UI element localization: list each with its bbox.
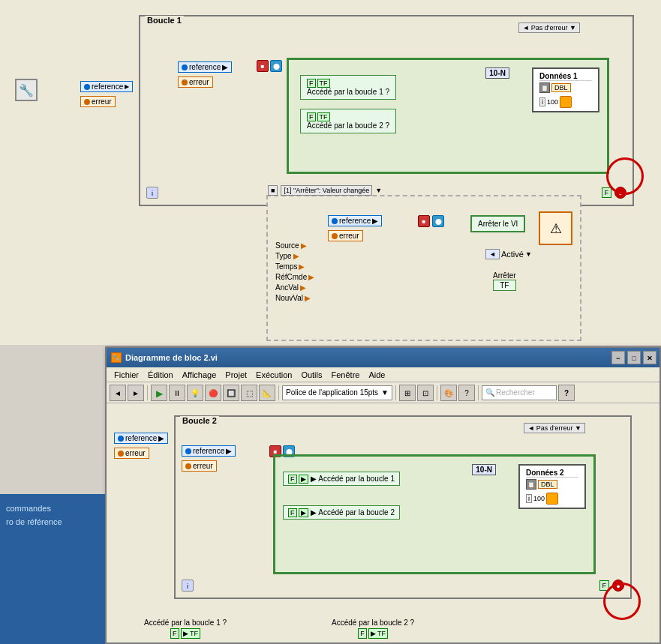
dropdown-arrow: ▼ xyxy=(381,388,389,397)
menu-outils[interactable]: Outils xyxy=(296,367,326,382)
step-btn[interactable]: 💡 xyxy=(187,385,203,401)
menu-execution[interactable]: Exécution xyxy=(251,367,296,382)
search-icon: 🔍 xyxy=(485,388,494,397)
menu-bar: Fichier Édition Affichage Projet Exécuti… xyxy=(107,367,659,382)
err-dot xyxy=(84,99,90,105)
forward-btn[interactable]: ► xyxy=(128,385,144,401)
acces-b1-block: F TF Accédé par la boucle 1 ? xyxy=(300,75,396,100)
pause-btn[interactable]: ⏸ xyxy=(169,385,185,401)
search-placeholder: Rechercher xyxy=(496,388,535,397)
ref-b2-label: reference xyxy=(125,434,157,442)
event-icons: ■ ⬤ xyxy=(418,215,444,227)
menu-fenetre[interactable]: Fenêtre xyxy=(327,367,365,382)
sidebar-item-1[interactable]: commandes xyxy=(6,502,99,515)
erreur-label: erreur xyxy=(92,97,112,106)
pas-derreur-1: ◄ Pas d'erreur ▼ xyxy=(518,22,580,33)
menu-affichage[interactable]: Affichage xyxy=(178,367,221,382)
window-controls[interactable]: − □ ✕ xyxy=(611,351,656,364)
green-loop-2: F ▶ ▶ Accédé par la boucle 1 F ▶ ▶ Accéd… xyxy=(273,454,596,574)
debug-btn[interactable]: 🔴 xyxy=(205,385,221,401)
palette-btn[interactable]: 🎨 xyxy=(440,385,457,401)
menu-projet[interactable]: Projet xyxy=(221,367,251,382)
search-help-btn[interactable]: ? xyxy=(558,385,575,401)
bottom-window: 🔧 Diagramme de bloc 2.vi − □ ✕ Fichier É… xyxy=(105,346,661,644)
tb-sep-4 xyxy=(437,385,437,400)
stop-btn-1[interactable]: ● xyxy=(614,187,626,199)
font-dropdown[interactable]: Police de l'application 15pts ▼ xyxy=(282,385,392,400)
ref-event: reference▶ xyxy=(328,215,382,226)
arreter-vi-btn[interactable]: Arrêter le VI xyxy=(470,215,525,232)
acces-b2-b2-label: ▶ Accédé par la boucle 2 xyxy=(311,508,395,517)
boucle2-title: Boucle 2 xyxy=(180,416,219,425)
menu-fichier[interactable]: Fichier xyxy=(110,367,143,382)
event-fields: Source ▶ Type ▶ Temps ▶ RéfCmde ▶ AncVal… xyxy=(275,241,314,302)
run-btn[interactable]: ▶ xyxy=(151,385,167,401)
tool5[interactable]: ⬚ xyxy=(241,385,257,401)
font-label: Police de l'application 15pts xyxy=(286,388,378,397)
maximize-btn[interactable]: □ xyxy=(627,351,641,364)
reference-node-left: reference ▶ xyxy=(80,81,133,92)
ref-node-b1: reference▶ xyxy=(178,61,232,73)
boucle1-title: Boucle 1 xyxy=(145,16,184,25)
menu-aide[interactable]: Aide xyxy=(364,367,389,382)
err-inside-b2: erreur xyxy=(182,460,217,472)
acces-b1-b2: F ▶ ▶ Accédé par la boucle 1 xyxy=(283,472,400,486)
tool6[interactable]: 📐 xyxy=(259,385,275,401)
ref-inside-b2: reference▶ xyxy=(182,445,236,457)
titlebar-icon: 🔧 xyxy=(111,352,122,363)
info-btn-2[interactable]: i xyxy=(182,580,194,592)
pas-derreur-2: ◄ Pas d'erreur ▼ xyxy=(524,423,585,433)
align-btn[interactable]: ⊞ xyxy=(399,385,416,401)
pas-derreur-2-label: Pas d'erreur xyxy=(536,424,573,432)
erreur-node-left: erreur xyxy=(80,96,116,107)
left-sidebar: commandes ro de référence xyxy=(0,494,105,644)
minimize-btn[interactable]: − xyxy=(611,351,625,364)
arreter-tf: Arrêter TF xyxy=(493,271,516,291)
toolbar: ◄ ► ▶ ⏸ 💡 🔴 🔲 ⬚ 📐 Police de l'applicatio… xyxy=(107,382,659,403)
tb-sep-5 xyxy=(478,385,479,400)
err-event: erreur xyxy=(328,230,363,241)
n-block-b2: 10-N xyxy=(472,464,496,475)
ref-node-b2-left: reference▶ xyxy=(114,433,168,444)
reference-label: reference xyxy=(92,82,123,91)
error-cluster: ⚠ xyxy=(539,211,572,245)
sidebar-item-2[interactable]: ro de référence xyxy=(6,515,99,529)
label-acces-2: Accédé par la boucle 2 ? F ▶ TF xyxy=(332,619,414,639)
boucle2-panel: Boucle 2 ◄ Pas d'erreur ▼ reference▶ err… xyxy=(174,415,632,599)
stop-icons: ■ ⬤ xyxy=(257,60,282,72)
diagram-area-2: reference▶ erreur Boucle 2 ◄ Pas d'erreu… xyxy=(107,404,659,643)
acces-b1-b2-label: ▶ Accédé par la boucle 1 xyxy=(311,475,395,483)
window-titlebar: 🔧 Diagramme de bloc 2.vi − □ ✕ xyxy=(107,348,659,367)
green-loop-1: F TF Accédé par la boucle 1 ? F TF Accéd… xyxy=(287,58,609,174)
boucle2-controls[interactable]: F ● xyxy=(599,580,625,592)
bottom-labels: Accédé par la boucle 1 ? F ▶ TF Accédé p… xyxy=(144,619,414,639)
acces-b2-block: F TF Accédé par la boucle 2 ? xyxy=(300,109,396,133)
boucle1-controls[interactable]: F ● xyxy=(602,187,627,199)
pas-derreur-label: Pas d'erreur xyxy=(531,24,568,31)
menu-edition[interactable]: Édition xyxy=(143,367,178,382)
acces-b2-b2: F ▶ ▶ Accédé par la boucle 2 xyxy=(283,505,400,520)
donnees1-block: Données 1 📋 DBL i 100 xyxy=(532,67,599,112)
help-icon-btn[interactable]: ? xyxy=(458,385,475,401)
err-node-b2-left: erreur xyxy=(114,448,149,459)
n-block: 10-N xyxy=(485,67,509,79)
probe-btn[interactable]: 🔲 xyxy=(223,385,239,401)
actif-area: ◄ Activé ▼ xyxy=(485,249,532,259)
window-title: Diagramme de bloc 2.vi xyxy=(125,353,218,362)
search-box[interactable]: 🔍 Rechercher xyxy=(482,385,557,400)
err-b2-label: erreur xyxy=(125,449,146,457)
boucle1-panel: Boucle 1 ◄ Pas d'erreur ▼ reference▶ err… xyxy=(139,15,634,206)
label-acces-1: Accédé par la boucle 1 ? F ▶ TF xyxy=(144,619,227,639)
info-btn-1[interactable]: i xyxy=(146,187,158,199)
close-btn[interactable]: ✕ xyxy=(643,351,656,364)
ref-dot xyxy=(84,84,90,90)
event-header: ■ [1] "Arrêter": Valeur changée ▼ xyxy=(268,185,382,196)
top-diagram-area: 🔧 reference ▶ erreur Boucle 1 ◄ Pas d'er… xyxy=(0,0,661,345)
tb-sep-2 xyxy=(278,385,279,400)
donnees2-block: Données 2 📋 DBL i 100 xyxy=(518,464,586,509)
layout-btn[interactable]: ⊡ xyxy=(417,385,434,401)
err-node-b1: erreur xyxy=(178,76,213,88)
back-btn[interactable]: ◄ xyxy=(110,385,126,401)
vi-icon: 🔧 xyxy=(15,79,38,101)
stop-btn-2[interactable]: ● xyxy=(612,580,624,592)
